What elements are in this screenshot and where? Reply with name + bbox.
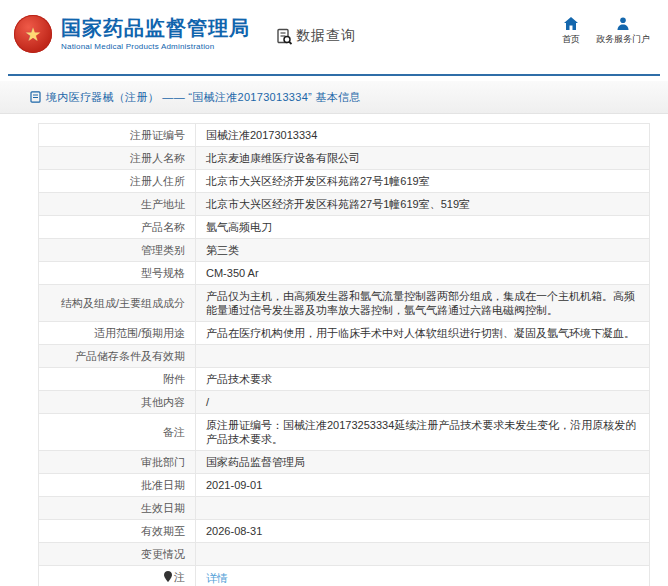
- table-row: 审批部门 国家药品监督管理局: [39, 451, 650, 474]
- row-value: [196, 345, 650, 368]
- row-label: 生产地址: [39, 193, 196, 216]
- row-label: 注册证编号: [39, 124, 196, 147]
- row-value: [196, 497, 650, 520]
- row-label: 备注: [39, 414, 196, 451]
- data-query-label: 数据查询: [296, 27, 356, 45]
- table-row: 注册人住所 北京市大兴区经济开发区科苑路27号1幢619室: [39, 170, 650, 193]
- doc-search-icon: [276, 28, 293, 45]
- top-nav: 首页 政务服务门户: [562, 17, 650, 46]
- table-row: 有效期至 2026-08-31: [39, 520, 650, 543]
- row-label: 批准日期: [39, 474, 196, 497]
- table-row: 其他内容 /: [39, 391, 650, 414]
- row-label: 产品名称: [39, 216, 196, 239]
- site-header: ★ 国家药品监督管理局 National Medical Products Ad…: [0, 0, 668, 74]
- row-value: 北京市大兴区经济开发区科苑路27号1幢619室、519室: [196, 193, 650, 216]
- row-label: 注册人住所: [39, 170, 196, 193]
- row-value: 第三类: [196, 239, 650, 262]
- row-value: 产品在医疗机构使用，用于临床手术中对人体软组织进行切割、凝固及氩气环境下凝血。: [196, 322, 650, 345]
- row-value: 2021-09-01: [196, 474, 650, 497]
- table-row: 型号规格 CM-350 Ar: [39, 262, 650, 285]
- row-label: 产品储存条件及有效期: [39, 345, 196, 368]
- user-icon: [616, 17, 630, 30]
- row-label: 管理类别: [39, 239, 196, 262]
- row-label: 有效期至: [39, 520, 196, 543]
- row-value: CM-350 Ar: [196, 262, 650, 285]
- row-value: 国家药品监督管理局: [196, 451, 650, 474]
- row-label: 审批部门: [39, 451, 196, 474]
- header-divider: [8, 74, 660, 76]
- row-value: 氩气高频电刀: [196, 216, 650, 239]
- row-value: 国械注准20173013334: [196, 124, 650, 147]
- breadcrumb-title: 境内医疗器械（注册） —— “国械注准20173013334” 基本信息: [46, 90, 361, 105]
- table-row: 变更情况: [39, 543, 650, 566]
- nav-gov-portal-label: 政务服务门户: [596, 33, 650, 46]
- row-label: 型号规格: [39, 262, 196, 285]
- table-row: 结构及组成/主要组成成分 产品仅为主机，由高频发生器和氩气流量控制器两部分组成，…: [39, 285, 650, 322]
- row-value: [196, 543, 650, 566]
- nav-gov-portal[interactable]: 政务服务门户: [596, 17, 650, 46]
- row-value: 北京市大兴区经济开发区科苑路27号1幢619室: [196, 170, 650, 193]
- nmpa-emblem-logo: ★: [14, 15, 52, 53]
- row-label: 其他内容: [39, 391, 196, 414]
- breadcrumb: 境内医疗器械（注册） —— “国械注准20173013334” 基本信息: [0, 81, 668, 114]
- info-table-body: 注册证编号 国械注准20173013334 注册人名称 北京麦迪康维医疗设备有限…: [39, 124, 650, 586]
- row-value: /: [196, 391, 650, 414]
- device-info-table: 注册证编号 国械注准20173013334 注册人名称 北京麦迪康维医疗设备有限…: [38, 123, 650, 586]
- row-value: 2026-08-31: [196, 520, 650, 543]
- row-label: 结构及组成/主要组成成分: [39, 285, 196, 322]
- table-row: 管理类别 第三类: [39, 239, 650, 262]
- home-icon: [564, 17, 578, 30]
- site-title: 国家药品监督管理局: [61, 17, 250, 39]
- pin-icon: [164, 571, 172, 585]
- table-row: 产品储存条件及有效期: [39, 345, 650, 368]
- row-value: 北京麦迪康维医疗设备有限公司: [196, 147, 650, 170]
- nav-home[interactable]: 首页: [562, 17, 580, 46]
- page: ★ 国家药品监督管理局 National Medical Products Ad…: [0, 0, 668, 586]
- title-block: 国家药品监督管理局 National Medical Products Admi…: [61, 15, 250, 51]
- row-value: 产品技术要求: [196, 368, 650, 391]
- row-label: 变更情况: [39, 543, 196, 566]
- row-label: 生效日期: [39, 497, 196, 520]
- table-row: 注册证编号 国械注准20173013334: [39, 124, 650, 147]
- table-row: 适用范围/预期用途 产品在医疗机构使用，用于临床手术中对人体软组织进行切割、凝固…: [39, 322, 650, 345]
- document-icon: [30, 91, 41, 103]
- table-row: 注 详情: [39, 566, 650, 586]
- row-value: 产品仅为主机，由高频发生器和氩气流量控制器两部分组成，集成在一个主机机箱。高频能…: [196, 285, 650, 322]
- table-row: 注册人名称 北京麦迪康维医疗设备有限公司: [39, 147, 650, 170]
- table-row: 批准日期 2021-09-01: [39, 474, 650, 497]
- table-row: 生产地址 北京市大兴区经济开发区科苑路27号1幢619室、519室: [39, 193, 650, 216]
- nav-home-label: 首页: [562, 33, 580, 46]
- table-row: 附件 产品技术要求: [39, 368, 650, 391]
- table-row: 生效日期: [39, 497, 650, 520]
- data-query-tab[interactable]: 数据查询: [276, 27, 356, 45]
- star-icon: ★: [24, 25, 41, 44]
- row-value: 原注册证编号：国械注准20173253334延续注册产品技术要求未发生变化，沿用…: [196, 414, 650, 451]
- table-row: 产品名称 氩气高频电刀: [39, 216, 650, 239]
- row-label: 附件: [39, 368, 196, 391]
- row-label: 适用范围/预期用途: [39, 322, 196, 345]
- detail-link[interactable]: 详情: [206, 572, 228, 584]
- table-row: 备注 原注册证编号：国械注准20173253334延续注册产品技术要求未发生变化…: [39, 414, 650, 451]
- row-value: 详情: [196, 566, 650, 586]
- row-label: 注: [39, 566, 196, 586]
- site-subtitle: National Medical Products Administration: [61, 42, 250, 51]
- row-label: 注册人名称: [39, 147, 196, 170]
